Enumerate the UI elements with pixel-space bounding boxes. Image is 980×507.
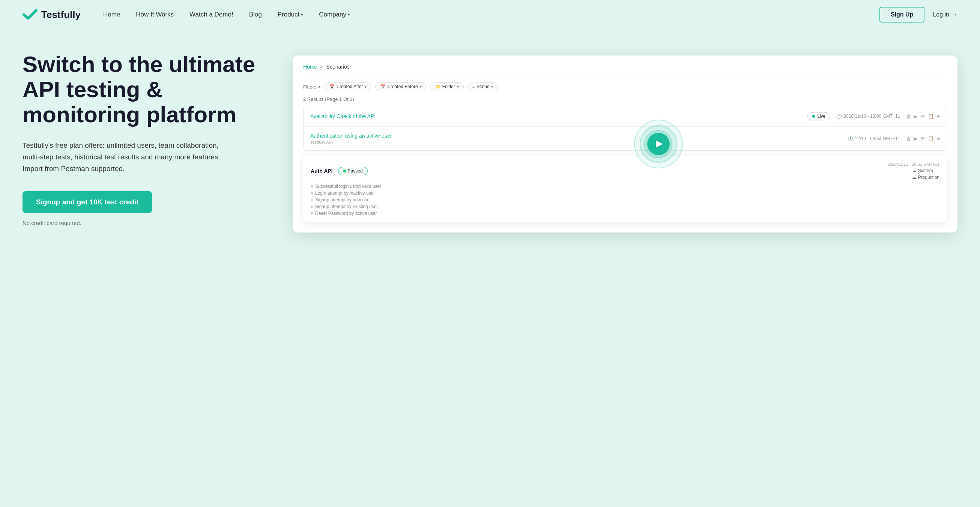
hero-right: Home > Scenarios Filters > 📅 Created Aft… <box>293 52 958 232</box>
filter-chip-created-before[interactable]: 📅 Created Before ▾ <box>375 82 426 91</box>
list-item: Signup attempt by new user <box>311 197 939 202</box>
auth-api-date: 2020/12/13 - 20:51 GMT+11 <box>887 162 939 167</box>
nav-company[interactable]: Company ▾ <box>319 11 350 18</box>
header-actions: Sign Up Log in → <box>880 7 958 22</box>
hero-title: Switch to the ultimate API testing & mon… <box>22 52 262 127</box>
scenario-title-2[interactable]: Authentication using an active user <box>310 133 842 139</box>
bottom-card-header: Auth API Passed 2020/12/13 - 20:51 GMT+1… <box>311 162 939 180</box>
nav-home[interactable]: Home <box>103 11 120 18</box>
header: Testfully Home How It Works Watch a Demo… <box>0 0 980 29</box>
logo[interactable]: Testfully <box>22 9 81 21</box>
nav-how-it-works[interactable]: How It Works <box>136 11 174 18</box>
test-dot-icon <box>311 192 313 194</box>
hero-subtitle: Testfully's free plan offers: unlimited … <box>22 140 236 175</box>
cta-button[interactable]: Signup and get 10K test credit <box>22 191 152 213</box>
table-row: Authentication using an active user Test… <box>304 127 947 150</box>
scenario-title-1[interactable]: Availability Check of the API <box>310 113 802 119</box>
filter-calendar-icon: 📅 <box>329 84 335 89</box>
list-item: Successfull login using valid user <box>311 184 939 189</box>
run2-icon[interactable]: ▶ <box>914 136 918 141</box>
hero-section: Switch to the ultimate API testing & mon… <box>0 29 980 262</box>
auth-api-title: Auth API <box>311 168 333 174</box>
test-dot-icon <box>311 205 313 208</box>
scenario-actions-1: 🗑 ▶ ⊞ 📋 ≡ <box>906 114 940 119</box>
filter-created-before-chevron: ▾ <box>420 85 422 89</box>
login-arrow-icon: → <box>951 11 958 18</box>
system-icon: ☁ <box>912 168 916 173</box>
run-icon[interactable]: ▶ <box>914 114 918 119</box>
filter-folder-icon: 📁 <box>435 84 441 89</box>
system-env-badge: ☁ System <box>912 168 939 173</box>
status-badge-live: Live <box>807 112 830 120</box>
clock-icon: 🕐 <box>836 114 842 119</box>
more-icon[interactable]: ≡ <box>937 114 940 119</box>
hero-left: Switch to the ultimate API testing & mon… <box>22 52 262 226</box>
live-dot-icon <box>812 115 815 118</box>
results-count: 2 Results (Page 1 Of 1) <box>303 96 947 102</box>
scenario-sub-2: Testfully API <box>310 140 842 145</box>
logo-text: Testfully <box>41 9 81 21</box>
nav-watch-demo[interactable]: Watch a Demo! <box>189 11 233 18</box>
breadcrumb-current: Scenarios <box>326 64 350 70</box>
scenario-date-1: 🕐 2020/12/13 - 12:00 GMT+11 <box>836 114 900 119</box>
scenario-actions-2: 🗑 ▶ ⊞ 📋 ≡ <box>906 136 940 141</box>
test-dot-icon <box>311 212 313 215</box>
list-item: Login attempt by inactive user <box>311 191 939 196</box>
filter-calendar2-icon: 📅 <box>380 84 385 89</box>
list-item: Reset Password by active user <box>311 211 939 216</box>
test-cases-list: Successfull login using valid user Login… <box>311 184 939 216</box>
main-nav: Home How It Works Watch a Demo! Blog Pro… <box>103 11 880 18</box>
clone-icon[interactable]: ⊞ <box>921 114 925 119</box>
app-preview-card: Home > Scenarios Filters > 📅 Created Aft… <box>293 56 958 232</box>
filter-chip-folder[interactable]: 📁 Folder ▾ <box>430 82 464 91</box>
passed-dot-icon <box>343 170 346 173</box>
filter-status-icon: ≡ <box>473 84 475 89</box>
product-chevron-icon: ▾ <box>301 13 303 17</box>
filters-label: Filters > <box>303 84 321 90</box>
table-row: Availability Check of the API Live 🕐 202… <box>304 106 947 127</box>
scenario-date-2: 🕐 12/10 - 09:34 GMT+11 <box>848 136 900 141</box>
login-button[interactable]: Log in → <box>933 11 958 18</box>
production-env-badge: ☁ Production <box>912 175 939 180</box>
passed-badge: Passed <box>338 167 368 175</box>
logo-icon <box>22 9 38 20</box>
list-item: Signup attempt by existing user <box>311 204 939 209</box>
test-dot-icon <box>311 199 313 201</box>
production-icon: ☁ <box>912 175 916 180</box>
clone2-icon[interactable]: ⊞ <box>921 136 925 141</box>
copy-icon[interactable]: 📋 <box>928 114 934 119</box>
delete2-icon[interactable]: 🗑 <box>906 136 911 141</box>
filters-row: Filters > 📅 Created After ▾ 📅 Created Be… <box>303 82 947 91</box>
filter-chip-status[interactable]: ≡ Status ▾ <box>468 82 498 91</box>
nav-blog[interactable]: Blog <box>249 11 262 18</box>
breadcrumb-home[interactable]: Home <box>303 64 317 70</box>
environment-badges: ☁ System ☁ Production <box>912 168 939 180</box>
filter-folder-chevron: ▾ <box>457 85 459 89</box>
signup-button[interactable]: Sign Up <box>880 7 924 22</box>
copy2-icon[interactable]: 📋 <box>928 136 934 141</box>
more2-icon[interactable]: ≡ <box>937 136 940 141</box>
auth-api-card: Auth API Passed 2020/12/13 - 20:51 GMT+1… <box>303 156 947 222</box>
filter-created-after-chevron: ▾ <box>365 85 367 89</box>
breadcrumb-separator: > <box>320 64 323 70</box>
delete-icon[interactable]: 🗑 <box>906 114 911 119</box>
nav-product[interactable]: Product ▾ <box>278 11 304 18</box>
filter-status-chevron: ▾ <box>491 85 493 89</box>
breadcrumb: Home > Scenarios <box>303 64 947 75</box>
scenario-list: Availability Check of the API Live 🕐 202… <box>303 106 947 151</box>
no-credit-text: No credit card required. <box>22 220 262 226</box>
clock2-icon: 🕐 <box>848 136 853 141</box>
company-chevron-icon: ▾ <box>348 13 350 17</box>
test-dot-icon <box>311 185 313 188</box>
filter-chip-created-after[interactable]: 📅 Created After ▾ <box>325 82 372 91</box>
